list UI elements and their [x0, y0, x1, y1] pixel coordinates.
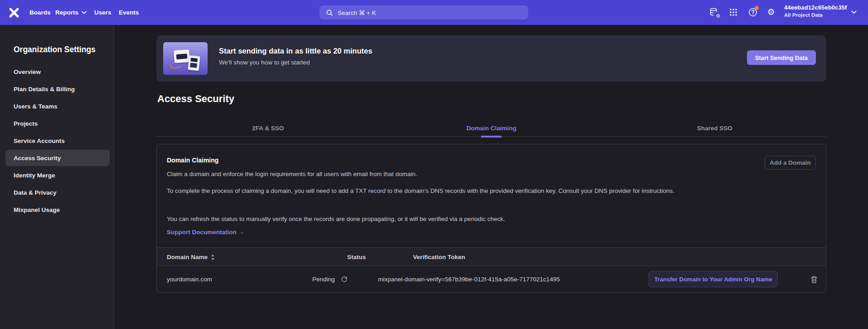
nav-item-events[interactable]: Events [119, 0, 139, 25]
notification-badge [755, 6, 759, 10]
domain-claiming-card: Domain Claiming Add a Domain Claim a dom… [156, 144, 826, 293]
gear-glyph: ⚙ [767, 7, 775, 17]
table-row: yourdomain.com Pending mixpanel-domain-v… [157, 266, 826, 293]
nav-item-label: Events [119, 9, 139, 16]
sidebar-item-service-accounts[interactable]: Service Accounts [0, 132, 114, 149]
banner-subtitle: We'll show you how to get started [219, 59, 310, 66]
active-tab-underline [481, 136, 502, 137]
nav-item-boards[interactable]: Boards [29, 0, 51, 25]
banner-title: Start sending data in as little as 20 mi… [219, 47, 372, 55]
tab-2fa-sso[interactable]: 2FA & SSO [156, 120, 380, 136]
tab-domain-claiming[interactable]: Domain Claiming [380, 120, 603, 136]
project-id-text: 44eebad12c65eb0c35f [784, 4, 847, 11]
sidebar-item-projects[interactable]: Projects [0, 115, 114, 132]
access-security-tabs: 2FA & SSO Domain Claiming Shared SSO [156, 120, 826, 137]
add-domain-button[interactable]: Add a Domain [765, 156, 816, 170]
chevron-down-icon [82, 11, 87, 14]
sidebar-item-identity-merge[interactable]: Identity Merge [0, 167, 114, 184]
nav-item-reports[interactable]: Reports [55, 0, 87, 25]
nav-item-label: Reports [55, 9, 78, 16]
sidebar-item-access-security[interactable]: Access Security [0, 149, 114, 167]
project-switcher[interactable]: 44eebad12c65eb0c35f All Project Data [784, 4, 847, 18]
apps-grid-icon[interactable] [728, 7, 738, 17]
support-documentation-link[interactable]: Support Documentation → [167, 229, 244, 236]
project-scope-text: All Project Data [784, 12, 847, 18]
project-chevron-down-icon[interactable] [851, 10, 857, 16]
wire-shape [169, 61, 182, 69]
org-settings-sidebar: Organization Settings Overview Plan Deta… [0, 25, 114, 329]
domain-name-cell: yourdomain.com [167, 266, 212, 293]
nav-item-label: Users [94, 9, 112, 16]
page-title: Access Security [157, 93, 234, 105]
data-management-icon[interactable]: ⚙ [709, 7, 719, 17]
column-header-status: Status [347, 248, 366, 266]
card-title: Domain Claiming [167, 157, 218, 164]
search-icon [326, 9, 333, 16]
onboarding-banner: Start sending data in as little as 20 mi… [156, 35, 826, 82]
help-icon[interactable] [748, 7, 758, 17]
mixpanel-app: Boards Reports Users Events Search ⌘ + K [0, 0, 868, 329]
column-header-domain-name[interactable]: Domain Name [167, 248, 215, 266]
sidebar-item-mixpanel-usage[interactable]: Mixpanel Usage [0, 201, 114, 218]
mixpanel-logo-icon[interactable] [8, 7, 20, 19]
column-header-verification-token: Verification Token [413, 248, 465, 266]
devices-illustration [163, 42, 208, 75]
delete-domain-trash-icon[interactable] [810, 275, 819, 284]
start-sending-data-button[interactable]: Start Sending Data [747, 50, 816, 65]
settings-gear-icon[interactable]: ⚙ [766, 7, 776, 17]
nav-item-label: Boards [29, 9, 51, 16]
search-placeholder-text: Search ⌘ + K [338, 9, 376, 16]
sidebar-item-plan-details-billing[interactable]: Plan Details & Billing [0, 80, 114, 98]
status-text: Pending [312, 276, 335, 283]
nav-item-users[interactable]: Users [94, 0, 112, 25]
sidebar-title: Organization Settings [14, 45, 96, 54]
sidebar-item-overview[interactable]: Overview [0, 63, 114, 80]
card-paragraph: You can refresh the status to manually v… [167, 214, 505, 224]
status-cell: Pending [312, 266, 348, 293]
card-paragraph: To complete the process of claiming a do… [167, 186, 678, 196]
card-paragraph: Claim a domain and enforce the login req… [167, 169, 417, 179]
sort-icon[interactable] [211, 255, 215, 260]
laptop-shape [174, 49, 190, 63]
top-nav-bar: Boards Reports Users Events Search ⌘ + K [0, 0, 868, 25]
phone-shape [188, 55, 200, 71]
table-header: Domain Name Status Verification Token [157, 247, 826, 266]
refresh-status-icon[interactable] [341, 276, 348, 283]
verification-token-cell: mixpanel-domain-verify=567b39be-012f-415… [378, 266, 560, 293]
search-input[interactable]: Search ⌘ + K [320, 5, 528, 20]
tab-shared-sso[interactable]: Shared SSO [603, 120, 826, 136]
sidebar-item-data-privacy[interactable]: Data & Privacy [0, 184, 114, 201]
mini-gear-glyph: ⚙ [716, 14, 720, 19]
sidebar-item-users-teams[interactable]: Users & Teams [0, 98, 114, 115]
transfer-domain-button[interactable]: Transfer Domain to Your Admin Org Name [649, 271, 778, 287]
